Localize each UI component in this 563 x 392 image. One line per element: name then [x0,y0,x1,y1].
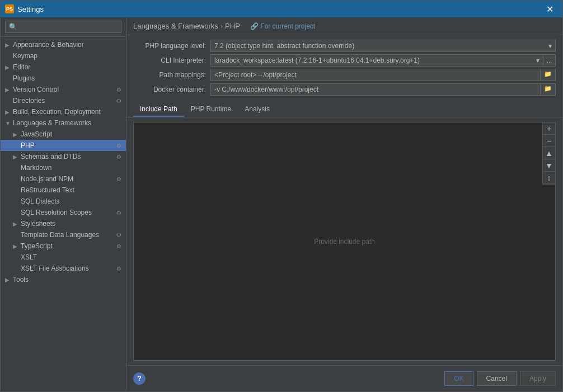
settings-icon: ⚙ [116,143,121,149]
sidebar-item-xslt-assoc[interactable]: XSLT File Associations ⚙ [1,263,126,274]
sidebar-item-build[interactable]: ▶ Build, Execution, Deployment [1,106,126,117]
sidebar-item-editor[interactable]: ▶ Editor [1,62,126,73]
sidebar-item-label: Appearance & Behavior [13,41,121,49]
main-content: ▶ Appearance & Behavior Keymap ▶ Editor … [1,17,562,391]
sidebar-item-sql-dialects[interactable]: SQL Dialects [1,196,126,207]
sidebar-item-javascript[interactable]: ▶ JavaScript [1,129,126,140]
cli-interpreter-field: laradock_workspace:latest (7.2.16-1+ubun… [210,54,556,67]
sidebar-item-label: Tools [13,276,121,284]
search-input[interactable] [5,21,121,33]
ok-button[interactable]: OK [444,371,473,386]
close-button[interactable]: ✕ [542,2,558,17]
window-title: Settings [17,5,542,13]
footer-buttons: OK Cancel Apply [444,371,556,386]
settings-icon: ⚙ [116,210,121,216]
cli-interpreter-label: CLI Interpreter: [133,56,206,64]
link-icon: 🔗 [250,22,259,30]
add-path-button[interactable]: + [543,122,555,135]
sidebar-item-schemas[interactable]: ▶ Schemas and DTDs ⚙ [1,151,126,162]
sidebar-item-label: ReStructured Text [21,186,121,194]
sidebar-item-vcs[interactable]: ▶ Version Control ⚙ [1,84,126,95]
help-button[interactable]: ? [133,372,146,385]
app-icon: PS [5,4,14,13]
docker-container-value[interactable]: -v C:/www/docker/www:/opt/project [210,83,540,96]
sidebar-item-tools[interactable]: ▶ Tools [1,274,126,285]
sidebar-item-label: Languages & Frameworks [13,119,121,127]
sidebar-item-directories[interactable]: Directories ⚙ [1,95,126,106]
dropdown-arrow-icon: ▾ [548,42,552,50]
sidebar-item-label: Build, Execution, Deployment [13,108,121,116]
sidebar-item-markdown[interactable]: Markdown [1,162,126,173]
tab-php-runtime[interactable]: PHP Runtime [184,102,238,117]
sidebar-item-label: XSLT [21,253,121,261]
titlebar: PS Settings ✕ [1,1,562,17]
sidebar-item-label: SQL Dialects [21,197,121,205]
chevron-right-icon: ▶ [5,87,12,93]
sidebar-item-stylesheets[interactable]: ▶ Stylesheets [1,218,126,229]
chevron-right-icon: ▶ [13,131,20,138]
tab-content: Provide include path + − ▲ ▼ ↕ [133,122,556,361]
php-level-row: PHP language level: 7.2 (object type hin… [133,40,556,52]
sidebar-item-typescript[interactable]: ▶ TypeScript ⚙ [1,240,126,252]
tab-toolbar: + − ▲ ▼ ↕ [542,122,556,185]
sidebar-item-xslt[interactable]: XSLT [1,252,126,263]
sidebar-item-label: TypeScript [21,242,116,250]
sidebar-item-label: Keymap [13,52,121,60]
for-project: 🔗 For current project [250,22,315,30]
php-level-label: PHP language level: [133,42,206,50]
search-box [1,17,126,37]
php-level-select[interactable]: 7.2 (object type hint, abstract function… [210,40,556,52]
breadcrumb-lang: Languages & Frameworks [133,22,218,30]
sidebar-item-keymap[interactable]: Keymap [1,50,126,62]
move-up-button[interactable]: ▲ [543,147,555,159]
sidebar: ▶ Appearance & Behavior Keymap ▶ Editor … [1,17,126,391]
docker-container-label: Docker container: [133,86,206,93]
chevron-right-icon: ▶ [5,42,12,48]
main-panel: Languages & Frameworks › PHP 🔗 For curre… [126,17,562,391]
cli-interpreter-more-button[interactable]: ... [543,54,556,67]
sidebar-item-appearance[interactable]: ▶ Appearance & Behavior [1,39,126,50]
sidebar-item-label: Stylesheets [21,220,121,228]
remove-path-button[interactable]: − [543,135,555,147]
sort-button[interactable]: ↕ [543,172,555,184]
docker-container-folder-button[interactable]: 📁 [540,83,556,96]
sidebar-item-label: JavaScript [21,130,121,138]
sidebar-item-label: PHP [21,141,116,149]
tab-include-path[interactable]: Include Path [133,102,184,117]
cancel-button[interactable]: Cancel [477,371,517,386]
settings-icon: ⚙ [116,98,121,104]
path-mappings-folder-button[interactable]: 📁 [540,69,556,81]
docker-container-field: -v C:/www/docker/www:/opt/project 📁 [210,83,556,96]
sidebar-item-label: Schemas and DTDs [21,153,116,160]
sidebar-item-lang-frameworks[interactable]: ▼ Languages & Frameworks [1,117,126,129]
apply-button[interactable]: Apply [520,371,556,386]
chevron-right-icon: ▶ [5,64,12,70]
sidebar-item-php[interactable]: PHP ⚙ [1,140,126,151]
chevron-right-icon: ▶ [5,109,12,115]
chevron-right-icon: ▶ [13,221,20,227]
move-down-button[interactable]: ▼ [543,159,555,172]
path-mappings-label: Path mappings: [133,71,206,79]
path-mappings-field: <Project root>→/opt/project 📁 [210,69,556,81]
sidebar-item-label: XSLT File Associations [21,265,116,272]
sidebar-item-label: Node.js and NPM [21,175,116,183]
breadcrumb-php: PHP [225,22,240,30]
php-level-value: 7.2 (object type hint, abstract function… [214,42,354,50]
sidebar-item-restructured[interactable]: ReStructured Text [1,185,126,196]
sidebar-item-label: Plugins [13,74,121,82]
tabs: Include Path PHP Runtime Analysis [126,102,562,117]
sidebar-item-plugins[interactable]: Plugins [1,73,126,84]
settings-icon: ⚙ [116,232,121,238]
sidebar-tree: ▶ Appearance & Behavior Keymap ▶ Editor … [1,37,126,391]
tab-analysis[interactable]: Analysis [238,102,276,117]
sidebar-item-nodejs[interactable]: Node.js and NPM ⚙ [1,173,126,185]
path-mappings-value[interactable]: <Project root>→/opt/project [210,69,540,81]
dropdown-arrow-icon: ▾ [536,56,539,64]
sidebar-item-label: Template Data Languages [21,231,116,239]
cli-interpreter-select[interactable]: laradock_workspace:latest (7.2.16-1+ubun… [210,54,543,67]
cli-interpreter-row: CLI Interpreter: laradock_workspace:late… [133,54,556,67]
sidebar-item-label: Version Control [13,86,116,93]
chevron-down-icon: ▼ [5,120,12,126]
sidebar-item-sql-resolution[interactable]: SQL Resolution Scopes ⚙ [1,207,126,218]
sidebar-item-template[interactable]: Template Data Languages ⚙ [1,229,126,240]
